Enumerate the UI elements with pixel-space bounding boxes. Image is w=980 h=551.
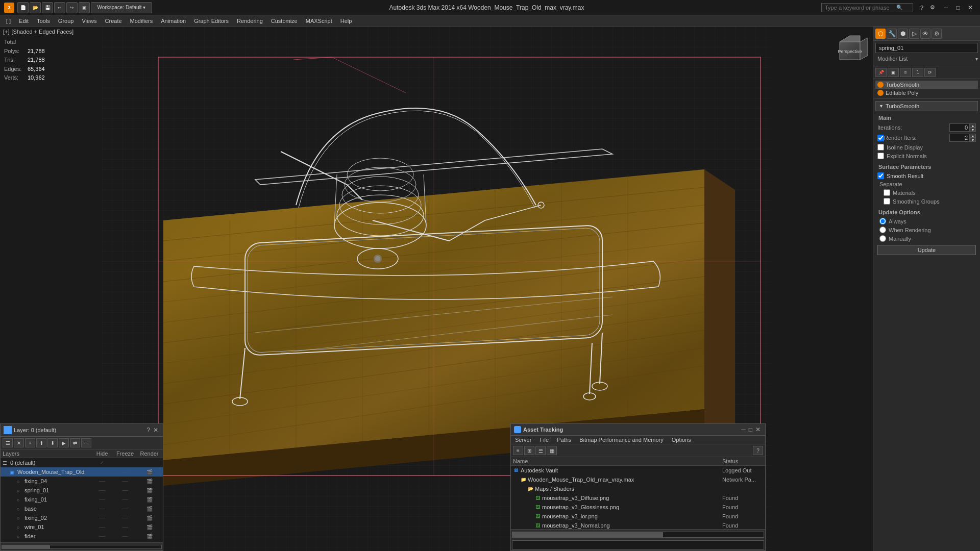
- asset-panel-maximize[interactable]: □: [747, 426, 754, 433]
- iterations-up[interactable]: ▲: [970, 123, 976, 128]
- mod-tab-icon2[interactable]: ▣: [888, 68, 899, 77]
- layer-panel-close[interactable]: ✕: [152, 427, 160, 434]
- asset-path-input[interactable]: [512, 540, 764, 549]
- close-button[interactable]: ✕: [965, 2, 976, 13]
- minimize-button[interactable]: ─: [940, 2, 951, 13]
- rp-tab-motion[interactable]: ▷: [909, 29, 919, 39]
- iterations-spinner[interactable]: ▲ ▼: [970, 123, 976, 132]
- viewport-area[interactable]: [+] [Shaded + Edged Faces] Total Polys: …: [0, 27, 873, 551]
- layer-item[interactable]: ▣ Wooden_Mouse_Trap_Old ---- 🎬: [1, 467, 163, 477]
- mod-tab-icon5[interactable]: ⟳: [924, 68, 936, 77]
- layer-list[interactable]: ☰ 0 (default) ✓ ▣ Wooden_Mouse_Trap_Old …: [1, 458, 163, 542]
- rp-tab-create[interactable]: ⬡: [875, 29, 886, 39]
- asset-menu-server[interactable]: Server: [511, 436, 535, 444]
- menu-help[interactable]: Help: [336, 17, 356, 25]
- rp-tab-utilities[interactable]: ⚙: [932, 29, 942, 39]
- menu-animation[interactable]: Animation: [157, 17, 190, 25]
- asset-scroll-thumb[interactable]: [512, 532, 663, 537]
- materials-checkbox[interactable]: [884, 189, 890, 196]
- manually-radio[interactable]: [879, 235, 886, 242]
- layer-scroll-track[interactable]: [2, 545, 162, 549]
- search-box[interactable]: 🔍: [821, 3, 913, 12]
- layer-item[interactable]: ○ fixing_02 ---- ---- 🎬: [1, 513, 163, 522]
- object-name[interactable]: spring_01: [875, 43, 978, 53]
- layer-toolbar-add[interactable]: +: [25, 438, 35, 447]
- asset-scroll-track[interactable]: [512, 532, 764, 538]
- explicit-normals-checkbox[interactable]: [877, 153, 884, 159]
- layer-item[interactable]: ○ base ---- ---- 🎬: [1, 504, 163, 513]
- asset-list[interactable]: 🏛 Autodesk Vault Logged Out 📁 Wooden_Mou…: [511, 466, 765, 529]
- layer-toolbar-icon6[interactable]: ▶: [59, 438, 69, 447]
- menu-edit[interactable]: Edit: [15, 17, 33, 25]
- layer-item[interactable]: ○ fixing_01 ---- ---- 🎬: [1, 495, 163, 504]
- layer-item[interactable]: ☰ 0 (default) ✓: [1, 458, 163, 467]
- mod-tab-icon4[interactable]: ⤵: [912, 68, 923, 77]
- menu-graph-editors[interactable]: Graph Editors: [190, 17, 233, 25]
- asset-item[interactable]: 🖼 mousetrap_v3_Glossiness.png Found: [511, 503, 765, 512]
- iterations-input[interactable]: [949, 123, 970, 132]
- asset-toolbar-list2[interactable]: ⊞: [524, 446, 534, 455]
- nav-cube[interactable]: Perspective: [832, 32, 868, 67]
- open-icon[interactable]: 📂: [30, 2, 41, 13]
- asset-item[interactable]: 🖼 mousetrap_v3_ior.png Found: [511, 512, 765, 521]
- asset-menu-bitmap[interactable]: Bitmap Performance and Memory: [575, 436, 667, 444]
- layer-item[interactable]: ○ spring_01 ---- ---- 🎬: [1, 486, 163, 495]
- asset-item[interactable]: 📂 Maps / Shaders: [511, 484, 765, 493]
- asset-toolbar-list3[interactable]: ☰: [535, 446, 546, 455]
- render-iters-checkbox[interactable]: [877, 135, 884, 141]
- iterations-down[interactable]: ▼: [970, 128, 976, 132]
- save-icon[interactable]: 💾: [42, 2, 53, 13]
- menu-group[interactable]: Group: [54, 17, 78, 25]
- rp-tab-hierarchy[interactable]: ⬢: [898, 29, 908, 39]
- asset-toolbar-list1[interactable]: ≡: [513, 446, 523, 455]
- mod-tab-icon3[interactable]: ≡: [900, 68, 911, 77]
- menu-create[interactable]: Create: [101, 17, 126, 25]
- layer-panel-help[interactable]: ?: [145, 427, 152, 434]
- layer-toolbar-icon5[interactable]: ⬇: [47, 438, 58, 447]
- asset-toolbar-help[interactable]: ?: [753, 446, 763, 455]
- undo-icon[interactable]: ↩: [54, 2, 65, 13]
- viewport-mode-label[interactable]: [Shaded + Edged Faces]: [12, 29, 74, 35]
- workspace-dropdown[interactable]: Workspace: Default ▾: [91, 2, 152, 13]
- update-button[interactable]: Update: [877, 245, 976, 255]
- layer-scrollbar[interactable]: [1, 542, 163, 550]
- render-iters-up[interactable]: ▲: [970, 134, 976, 138]
- asset-menu-file[interactable]: File: [535, 436, 553, 444]
- menu-rendering[interactable]: Rendering: [233, 17, 267, 25]
- smooth-result-checkbox[interactable]: [877, 172, 884, 179]
- smoothing-groups-checkbox[interactable]: [884, 198, 890, 205]
- asset-menu-options[interactable]: Options: [668, 436, 695, 444]
- layer-toolbar-delete[interactable]: ✕: [14, 438, 24, 447]
- asset-item[interactable]: 🏛 Autodesk Vault Logged Out: [511, 466, 765, 475]
- when-rendering-radio[interactable]: [879, 227, 886, 233]
- menu-customize[interactable]: Customize: [267, 17, 302, 25]
- asset-panel-close[interactable]: ✕: [754, 426, 762, 433]
- always-radio[interactable]: [879, 218, 886, 224]
- redo-icon[interactable]: ↪: [66, 2, 78, 13]
- render-icon[interactable]: ▣: [79, 2, 90, 13]
- render-iters-down[interactable]: ▼: [970, 138, 976, 142]
- search-icon[interactable]: 🔍: [896, 5, 902, 10]
- render-iters-input[interactable]: [949, 134, 970, 142]
- layer-item[interactable]: ○ fixing_04 ---- ---- 🎬: [1, 477, 163, 486]
- layer-toolbar-icon7[interactable]: ⇄: [70, 438, 80, 447]
- render-iters-spinner[interactable]: ▲ ▼: [970, 134, 976, 142]
- layer-toolbar-icon8[interactable]: ⋯: [81, 438, 91, 447]
- turbosmooth-header[interactable]: ▼ TurboSmooth: [875, 101, 978, 111]
- layer-toolbar-icon1[interactable]: ☰: [3, 438, 13, 447]
- menu-views[interactable]: Views: [78, 17, 101, 25]
- layer-item[interactable]: ○ wire_01 ---- ---- 🎬: [1, 522, 163, 532]
- modifier-list-arrow[interactable]: ▾: [975, 56, 978, 62]
- maximize-button[interactable]: □: [952, 2, 964, 13]
- icon1[interactable]: ?: [917, 3, 926, 12]
- new-icon[interactable]: 📄: [17, 2, 29, 13]
- menu-tools[interactable]: Tools: [33, 17, 54, 25]
- search-input[interactable]: [825, 5, 896, 11]
- layer-toolbar-icon4[interactable]: ⬆: [36, 438, 46, 447]
- asset-menu-paths[interactable]: Paths: [553, 436, 575, 444]
- layer-item[interactable]: ○ fider ---- ---- 🎬: [1, 532, 163, 541]
- asset-toolbar-list4[interactable]: ▦: [547, 446, 557, 455]
- menu-bracket[interactable]: [ ]: [2, 17, 15, 25]
- menu-maxscript[interactable]: MAXScript: [302, 17, 336, 25]
- asset-item[interactable]: 🖼 mousetrap_v3_Diffuse.png Found: [511, 493, 765, 503]
